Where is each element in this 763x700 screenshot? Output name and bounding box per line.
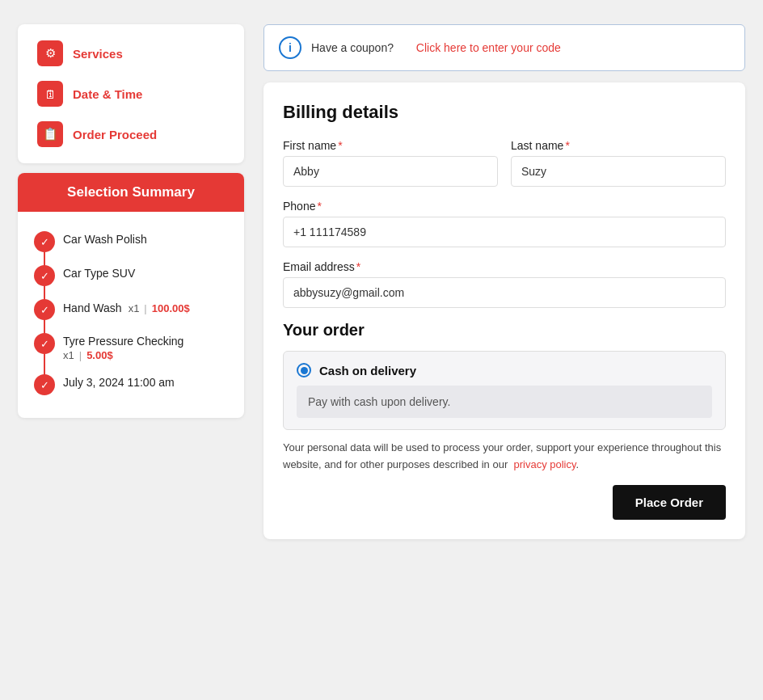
summary-item-car-type: ✓ Car Type SUV xyxy=(34,259,228,293)
item-price-3: 100.00$ xyxy=(152,302,190,314)
summary-items: ✓ Car Wash Polish ✓ Car Type SUV ✓ xyxy=(18,212,244,418)
last-name-group: Last name* xyxy=(511,139,726,187)
last-name-input[interactable] xyxy=(511,156,726,187)
coupon-banner: i Have a coupon? Click here to enter you… xyxy=(263,24,745,71)
nav-item-datetime[interactable]: 🗓 Date & Time xyxy=(37,81,225,107)
item-title-1: Car Wash Polish xyxy=(63,233,147,246)
check-icon-4: ✓ xyxy=(34,333,55,354)
check-icon-5: ✓ xyxy=(34,374,55,395)
coupon-link[interactable]: Click here to enter your code xyxy=(416,41,561,54)
left-panel: ⚙ Services 🗓 Date & Time 📋 Order Proceed… xyxy=(18,24,244,418)
nav-item-order-proceed[interactable]: 📋 Order Proceed xyxy=(37,121,225,147)
name-row: First name* Last name* xyxy=(283,139,726,187)
info-icon: i xyxy=(279,36,301,59)
item-title-4: Tyre Pressure Checking xyxy=(63,335,183,348)
datetime-label: Date & Time xyxy=(73,87,142,101)
option-header: Cash on delivery xyxy=(297,363,712,377)
radio-cash-delivery[interactable] xyxy=(297,363,311,377)
phone-input[interactable] xyxy=(283,217,726,247)
cash-on-delivery-option[interactable]: Cash on delivery Pay with cash upon deli… xyxy=(283,351,726,430)
radio-dot xyxy=(301,367,308,374)
summary-item-hand-wash: ✓ Hand Wash x1 | 100.00$ xyxy=(34,293,228,327)
email-row: Email address* xyxy=(283,260,726,308)
item-title-3: Hand Wash xyxy=(63,302,122,314)
right-panel: i Have a coupon? Click here to enter you… xyxy=(263,24,745,539)
item-sep-3: | xyxy=(144,302,146,314)
email-group: Email address* xyxy=(283,260,726,308)
item-meta-4: x1 | 5.00$ xyxy=(63,349,183,361)
phone-row: Phone* xyxy=(283,200,726,247)
phone-label: Phone* xyxy=(283,200,726,213)
option-description: Pay with cash upon delivery. xyxy=(297,386,712,418)
first-name-label: First name* xyxy=(283,139,498,152)
privacy-text: Your personal data will be used to proce… xyxy=(283,440,726,474)
item-price-4: 5.00$ xyxy=(86,349,113,361)
summary-item-tyre: ✓ Tyre Pressure Checking x1 | 5.00$ xyxy=(34,327,228,368)
item-meta-3: x1 | 100.00$ xyxy=(129,302,190,314)
check-icon-3: ✓ xyxy=(34,299,55,320)
privacy-link[interactable]: privacy policy xyxy=(513,458,575,470)
check-icon-2: ✓ xyxy=(34,265,55,286)
services-icon: ⚙ xyxy=(37,40,63,66)
datetime-icon: 🗓 xyxy=(37,81,63,107)
order-proceed-icon: 📋 xyxy=(37,121,63,147)
item-qty-4: x1 xyxy=(63,349,74,361)
first-name-input[interactable] xyxy=(283,156,498,187)
item-title-2: Car Type SUV xyxy=(63,267,135,280)
summary-header: Selection Summary xyxy=(18,173,244,212)
email-label: Email address* xyxy=(283,260,726,273)
order-section: Your order Cash on delivery Pay with cas… xyxy=(283,321,726,520)
summary-card: Selection Summary ✓ Car Wash Polish ✓ Ca… xyxy=(18,173,244,418)
last-name-label: Last name* xyxy=(511,139,726,152)
option-label: Cash on delivery xyxy=(319,364,416,377)
place-order-button[interactable]: Place Order xyxy=(613,485,726,520)
summary-item-car-wash-polish: ✓ Car Wash Polish xyxy=(34,225,228,259)
order-title: Your order xyxy=(283,321,726,339)
nav-card: ⚙ Services 🗓 Date & Time 📋 Order Proceed xyxy=(18,24,244,163)
billing-title: Billing details xyxy=(283,102,726,123)
check-icon-1: ✓ xyxy=(34,231,55,252)
item-sep-4: | xyxy=(79,349,82,361)
services-label: Services xyxy=(73,47,123,61)
phone-group: Phone* xyxy=(283,200,726,247)
nav-item-services[interactable]: ⚙ Services xyxy=(37,40,225,66)
first-name-group: First name* xyxy=(283,139,498,187)
coupon-text: Have a coupon? xyxy=(311,41,394,54)
order-footer: Place Order xyxy=(283,474,726,520)
item-title-5: July 3, 2024 11:00 am xyxy=(63,376,175,389)
billing-card: Billing details First name* Last name* xyxy=(263,82,745,539)
email-input[interactable] xyxy=(283,277,726,308)
order-proceed-label: Order Proceed xyxy=(73,128,157,141)
item-qty-3: x1 xyxy=(129,302,140,314)
summary-item-date: ✓ July 3, 2024 11:00 am xyxy=(34,368,228,402)
